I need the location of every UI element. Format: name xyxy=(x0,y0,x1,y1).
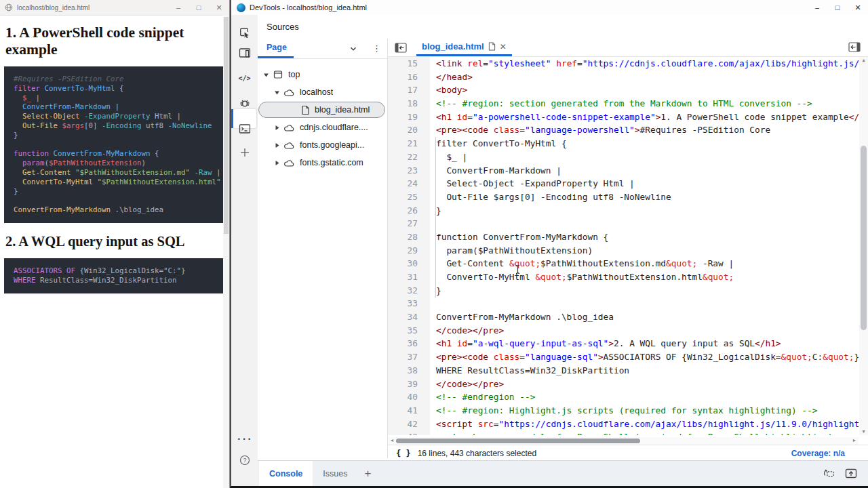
line-number[interactable]: 26 xyxy=(388,204,426,218)
source-line-31[interactable]: 31 ConvertTo-MyHtml &quot;$PathWithoutEx… xyxy=(388,270,868,284)
line-number[interactable]: 40 xyxy=(388,390,426,404)
source-line-17[interactable]: 17<body> xyxy=(388,83,868,97)
line-content[interactable] xyxy=(426,217,441,230)
tree-item-blog-idea-html[interactable]: blog_idea.html xyxy=(258,101,387,119)
line-content[interactable]: <script src="https://cdnjs.cloudflare.co… xyxy=(426,418,868,431)
console-panel-icon[interactable] xyxy=(239,124,250,134)
source-line-19[interactable]: 19<h1 id="a-powershell-code-snippet-exam… xyxy=(388,110,868,124)
source-line-32[interactable]: 32} xyxy=(388,284,868,298)
line-number[interactable]: 20 xyxy=(388,123,426,137)
expander-right-icon[interactable] xyxy=(274,142,281,148)
sources-bug-icon[interactable] xyxy=(239,98,251,110)
minimize-button[interactable]: – xyxy=(807,3,827,12)
line-number[interactable]: 19 xyxy=(388,110,426,124)
close-button[interactable]: ✕ xyxy=(848,3,868,12)
source-line-40[interactable]: 40<!-- #endregion --> xyxy=(388,390,868,404)
close-button[interactable]: ✕ xyxy=(209,3,229,12)
toggle-debugger-sidebar-icon[interactable] xyxy=(848,42,861,52)
line-content[interactable]: filter ConvertTo-MyHtml { xyxy=(426,137,567,150)
source-editor[interactable]: 15<link rel="stylesheet" href="https://c… xyxy=(388,57,868,435)
source-line-16[interactable]: 16</head> xyxy=(388,70,868,84)
source-line-29[interactable]: 29 param($PathWithoutExtension) xyxy=(388,244,868,258)
source-line-37[interactable]: 37<pre><code class="language-sql">ASSOCI… xyxy=(388,350,868,364)
tab-blog-idea-html[interactable]: blog_idea.html ✕ xyxy=(416,39,512,56)
line-number[interactable]: 33 xyxy=(388,297,426,310)
expander-right-icon[interactable] xyxy=(274,125,281,131)
line-number[interactable]: 41 xyxy=(388,404,426,418)
close-tab-icon[interactable]: ✕ xyxy=(500,43,507,51)
line-content[interactable]: param($PathWithoutExtension) xyxy=(426,244,593,258)
line-number[interactable]: 36 xyxy=(388,337,426,350)
line-content[interactable]: <!-- #region: section generated from the… xyxy=(426,97,812,110)
line-number[interactable]: 16 xyxy=(388,70,426,84)
line-content[interactable]: Select-Object -ExpandProperty Html | xyxy=(426,177,635,190)
source-line-18[interactable]: 18<!-- #region: section generated from t… xyxy=(388,97,868,110)
source-line-38[interactable]: 38WHERE ResultClass=Win32_DiskPartition xyxy=(388,364,868,378)
line-number[interactable]: 31 xyxy=(388,270,426,284)
line-content[interactable]: } xyxy=(426,284,441,298)
line-number[interactable]: 21 xyxy=(388,137,426,150)
source-line-25[interactable]: 25 Out-File $args[0] -Encoding utf8 -NoN… xyxy=(388,190,868,204)
source-line-34[interactable]: 34ConvertFrom-MyMarkdown .\blog_idea xyxy=(388,310,868,324)
help-icon[interactable]: ? xyxy=(239,455,250,466)
chevron-down-icon[interactable] xyxy=(349,45,357,53)
line-number[interactable]: 42 xyxy=(388,418,426,431)
elements-icon[interactable]: </> xyxy=(238,75,250,82)
line-content[interactable]: <h1 id="a-powershell-code-snippet-exampl… xyxy=(426,110,868,124)
horizontal-scrollbar[interactable]: ◄ ► xyxy=(388,437,859,445)
source-line-21[interactable]: 21filter ConvertTo-MyHtml { xyxy=(388,137,868,150)
line-number[interactable]: 39 xyxy=(388,378,426,391)
hscroll-thumb[interactable] xyxy=(396,439,640,443)
line-number[interactable]: 43 xyxy=(388,430,426,435)
add-tools-icon[interactable] xyxy=(240,148,250,157)
source-line-23[interactable]: 23 ConvertFrom-Markdown | xyxy=(388,164,868,178)
scroll-right-icon[interactable]: ► xyxy=(851,438,858,443)
line-content[interactable]: <body> xyxy=(426,83,467,97)
line-number[interactable]: 34 xyxy=(388,310,426,324)
line-content[interactable]: <link rel="stylesheet" href="https://cdn… xyxy=(426,57,868,70)
line-content[interactable]: $_ | xyxy=(426,150,467,164)
tab-page[interactable]: Page xyxy=(258,39,294,58)
source-line-27[interactable]: 27 xyxy=(388,217,868,230)
line-content[interactable] xyxy=(426,297,441,310)
inspect-icon[interactable] xyxy=(239,27,250,38)
minimize-button[interactable]: – xyxy=(168,3,189,12)
line-number[interactable]: 15 xyxy=(388,57,426,70)
line-content[interactable]: <!-- Language module for PowerShell (req… xyxy=(426,430,854,435)
source-line-28[interactable]: 28function ConvertFrom-MyMarkdown { xyxy=(388,230,868,244)
scroll-left-icon[interactable]: ◄ xyxy=(389,438,395,443)
line-content[interactable]: <pre><code class="language-sql">ASSOCIAT… xyxy=(426,350,859,364)
line-content[interactable]: </code></pre> xyxy=(426,378,504,391)
line-number[interactable]: 27 xyxy=(388,217,426,230)
source-line-43[interactable]: 43 <!-- Language module for PowerShell (… xyxy=(388,430,868,435)
source-line-35[interactable]: 35</code></pre> xyxy=(388,324,868,338)
line-content[interactable]: Out-File $args[0] -Encoding utf8 -NoNewl… xyxy=(426,190,671,204)
line-number[interactable]: 32 xyxy=(388,284,426,298)
tab-console[interactable]: Console xyxy=(259,461,313,486)
line-content[interactable]: ConvertFrom-Markdown | xyxy=(426,164,561,178)
line-number[interactable]: 30 xyxy=(388,257,426,270)
source-line-39[interactable]: 39</code></pre> xyxy=(388,378,868,391)
line-number[interactable]: 38 xyxy=(388,364,426,378)
source-line-26[interactable]: 26} xyxy=(388,204,868,218)
source-line-15[interactable]: 15<link rel="stylesheet" href="https://c… xyxy=(388,57,868,70)
tab-issues[interactable]: Issues xyxy=(313,461,357,486)
source-line-30[interactable]: 30 Get-Content &quot;$PathWithoutExtensi… xyxy=(388,257,868,270)
tree-item-fonts-googleapi-[interactable]: fonts.googleapi... xyxy=(258,136,387,154)
line-content[interactable]: <pre><code class="language-powershell">#… xyxy=(426,123,770,137)
line-content[interactable]: ConvertFrom-MyMarkdown .\blog_idea xyxy=(426,310,614,324)
scrollbar-thumb[interactable] xyxy=(224,17,229,234)
undock-drawer-icon[interactable] xyxy=(823,468,835,479)
line-content[interactable]: WHERE ResultClass=Win32_DiskPartition xyxy=(426,364,629,378)
source-line-24[interactable]: 24 Select-Object -ExpandProperty Html | xyxy=(388,177,868,190)
add-tab-icon[interactable]: + xyxy=(364,467,371,481)
line-number[interactable]: 18 xyxy=(388,97,426,110)
source-line-36[interactable]: 36<h1 id="a-wql-query-input-as-sql">2. A… xyxy=(388,337,868,350)
expand-drawer-icon[interactable] xyxy=(845,468,857,479)
line-content[interactable]: <!-- #endregion --> xyxy=(426,390,535,404)
line-number[interactable]: 37 xyxy=(388,350,426,364)
source-line-20[interactable]: 20<pre><code class="language-powershell"… xyxy=(388,123,868,137)
line-number[interactable]: 22 xyxy=(388,150,426,164)
line-number[interactable]: 25 xyxy=(388,190,426,204)
line-content[interactable]: } xyxy=(426,204,441,218)
